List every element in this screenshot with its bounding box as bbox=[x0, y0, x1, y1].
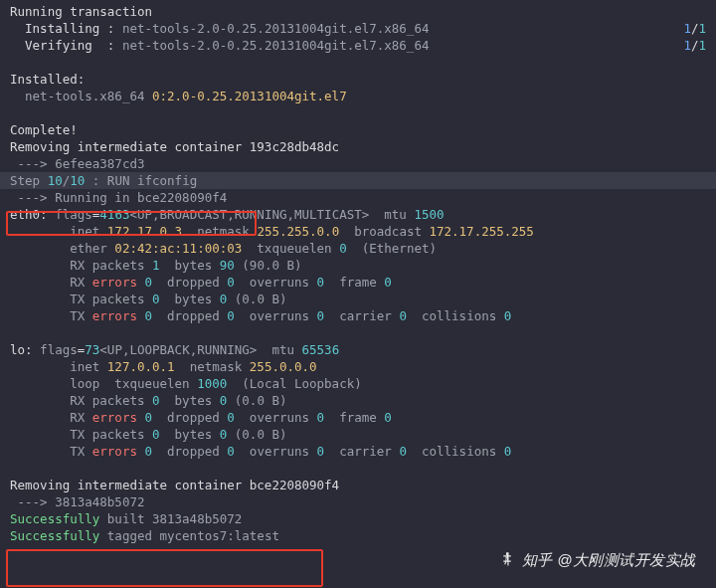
success-tagged: Successfully tagged mycentos7:latest bbox=[0, 527, 716, 544]
install-line: Installing : net-tools-2.0-0.25.20131004… bbox=[0, 20, 716, 37]
blank bbox=[0, 460, 716, 477]
success-built: Successfully built 3813a48b5072 bbox=[0, 510, 716, 527]
blank bbox=[0, 104, 716, 121]
verify-line: Verifying : net-tools-2.0-0.25.20131004g… bbox=[0, 37, 716, 54]
blank bbox=[0, 324, 716, 341]
eth0-rx-errors: RX errors 0 dropped 0 overruns 0 frame 0 bbox=[0, 274, 716, 291]
removing-container-2: Removing intermediate container bce22080… bbox=[0, 477, 716, 493]
transaction-header: Running transaction bbox=[0, 3, 716, 20]
hash-2: ---> 3813a48b5072 bbox=[0, 493, 716, 510]
step-line: Step 10/10 : RUN ifconfig bbox=[0, 172, 716, 189]
watermark: 知乎 @大刚测试开发实战 bbox=[498, 550, 696, 568]
removing-container-1: Removing intermediate container 193c28db… bbox=[0, 138, 716, 155]
hash-1: ---> 6efeea387cd3 bbox=[0, 155, 716, 172]
highlight-box-success bbox=[6, 549, 323, 587]
lo-tx-errors: TX errors 0 dropped 0 overruns 0 carrier… bbox=[0, 443, 716, 460]
watermark-text: 知乎 @大刚测试开发实战 bbox=[522, 551, 696, 568]
lo-rx-errors: RX errors 0 dropped 0 overruns 0 frame 0 bbox=[0, 409, 716, 426]
lo-rx-packets: RX packets 0 bytes 0 (0.0 B) bbox=[0, 392, 716, 409]
lo-loop: loop txqueuelen 1000 (Local Loopback) bbox=[0, 375, 716, 392]
eth0-rx-packets: RX packets 1 bytes 90 (90.0 B) bbox=[0, 257, 716, 274]
running-in: ---> Running in bce2208090f4 bbox=[0, 189, 716, 206]
eth0-tx-packets: TX packets 0 bytes 0 (0.0 B) bbox=[0, 291, 716, 307]
eth0-ether: ether 02:42:ac:11:00:03 txqueuelen 0 (Et… bbox=[0, 240, 716, 257]
zhihu-icon bbox=[498, 550, 516, 568]
lo-inet: inet 127.0.0.1 netmask 255.0.0.0 bbox=[0, 358, 716, 375]
lo-header: lo: flags=73<UP,LOOPBACK,RUNNING> mtu 65… bbox=[0, 341, 716, 358]
eth0-tx-errors: TX errors 0 dropped 0 overruns 0 carrier… bbox=[0, 307, 716, 324]
eth0-inet: inet 172.17.0.3 netmask 255.255.0.0 broa… bbox=[0, 223, 716, 240]
complete: Complete! bbox=[0, 121, 716, 138]
installed-pkg: net-tools.x86_64 0:2.0-0.25.20131004git.… bbox=[0, 88, 716, 104]
eth0-header: eth0: flags=4163<UP,BROADCAST,RUNNING,MU… bbox=[0, 206, 716, 223]
installed-header: Installed: bbox=[0, 71, 716, 88]
lo-tx-packets: TX packets 0 bytes 0 (0.0 B) bbox=[0, 426, 716, 443]
blank bbox=[0, 54, 716, 71]
